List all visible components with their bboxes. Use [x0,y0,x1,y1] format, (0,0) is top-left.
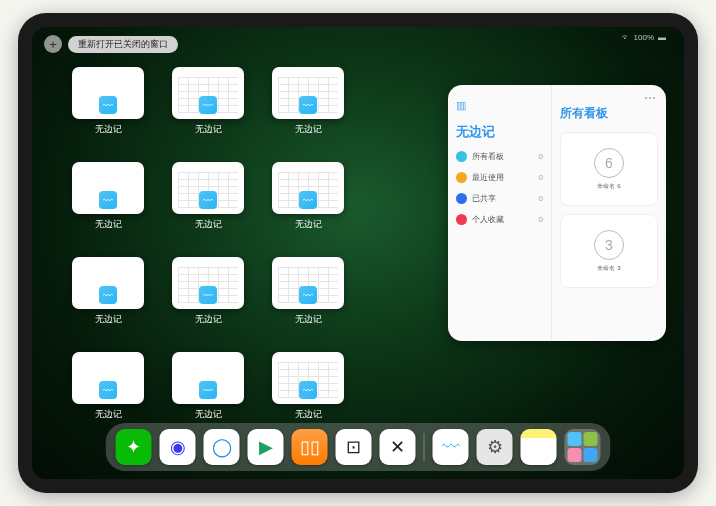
freeform-panel[interactable]: ▥ 无边记 所有看板 0 最近使用 0 已共享 0 个人收藏 0 ⋯ 所有看板 … [448,85,666,341]
freeform-app-icon [299,191,317,209]
category-item[interactable]: 所有看板 0 [456,151,543,162]
dock-notes-icon[interactable] [521,429,557,465]
window-thumbnail [172,257,244,309]
app-window-card[interactable]: 无边记 [72,257,144,326]
category-item[interactable]: 最近使用 0 [456,172,543,183]
dock-connect-icon[interactable]: ✕ [380,429,416,465]
window-thumbnail [72,352,144,404]
freeform-app-icon [99,96,117,114]
panel-title-left: 无边记 [456,123,543,141]
category-count: 0 [539,173,543,182]
dock-books-icon[interactable]: ▯▯ [292,429,328,465]
category-dot-icon [456,172,467,183]
app-label: 无边记 [195,123,222,136]
category-label: 个人收藏 [472,214,504,225]
dock-freeform-icon[interactable]: 〰 [433,429,469,465]
dock: ✦◉◯▶▯▯⊡✕ 〰⚙ [106,423,611,471]
board-sketch-icon: 6 [594,148,624,178]
board-sketch-icon: 3 [594,230,624,260]
app-label: 无边记 [95,123,122,136]
app-window-card[interactable]: 无边记 [272,162,344,231]
category-label: 已共享 [472,193,496,204]
category-dot-icon [456,193,467,204]
window-thumbnail [72,67,144,119]
window-thumbnail [272,257,344,309]
freeform-app-icon [199,381,217,399]
app-label: 无边记 [295,408,322,421]
ipad-screen: ᯤ 100% ▬ + 重新打开已关闭的窗口 无边记无边记无边记无边记无边记无边记… [32,27,684,479]
app-window-card[interactable]: 无边记 [272,352,344,421]
category-label: 所有看板 [472,151,504,162]
app-library-icon[interactable] [565,429,601,465]
dock-settings-icon[interactable]: ⚙ [477,429,513,465]
battery-icon: ▬ [658,33,666,42]
panel-content: ⋯ 所有看板 6 未命名 63 未命名 3 [552,85,666,341]
dock-wechat-icon[interactable]: ✦ [116,429,152,465]
app-window-card[interactable]: 无边记 [72,67,144,136]
app-window-card[interactable]: 无边记 [72,352,144,421]
app-window-card[interactable]: 无边记 [272,67,344,136]
freeform-app-icon [299,286,317,304]
app-switcher-grid: 无边记无边记无边记无边记无边记无边记无边记无边记无边记无边记无边记无边记 [72,67,444,421]
category-dot-icon [456,214,467,225]
board-card[interactable]: 6 未命名 6 [560,132,658,206]
app-label: 无边记 [295,123,322,136]
app-label: 无边记 [295,218,322,231]
freeform-app-icon [99,191,117,209]
dock-video-icon[interactable]: ▶ [248,429,284,465]
app-label: 无边记 [195,408,222,421]
freeform-app-icon [299,96,317,114]
window-thumbnail [172,352,244,404]
category-dot-icon [456,151,467,162]
board-card[interactable]: 3 未命名 3 [560,214,658,288]
freeform-app-icon [299,381,317,399]
app-label: 无边记 [95,408,122,421]
app-label: 无边记 [195,313,222,326]
freeform-app-icon [199,191,217,209]
status-bar: ᯤ 100% ▬ [622,33,666,42]
more-icon[interactable]: ⋯ [644,91,656,105]
window-thumbnail [272,162,344,214]
app-window-card[interactable]: 无边记 [172,352,244,421]
window-thumbnail [272,352,344,404]
dock-quark-hd-icon[interactable]: ◉ [160,429,196,465]
window-thumbnail [72,257,144,309]
wifi-icon: ᯤ [622,33,630,42]
sidebar-toggle-icon[interactable]: ▥ [456,99,466,111]
board-name: 未命名 6 [597,182,620,191]
dock-separator [424,433,425,461]
board-name: 未命名 3 [597,264,620,273]
app-label: 无边记 [295,313,322,326]
app-label: 无边记 [195,218,222,231]
app-window-card[interactable]: 无边记 [172,162,244,231]
category-count: 0 [539,194,543,203]
panel-sidebar: ▥ 无边记 所有看板 0 最近使用 0 已共享 0 个人收藏 0 [448,85,552,341]
app-window-card[interactable]: 无边记 [172,67,244,136]
category-label: 最近使用 [472,172,504,183]
freeform-app-icon [199,96,217,114]
app-window-card[interactable]: 无边记 [272,257,344,326]
category-count: 0 [539,215,543,224]
battery-label: 100% [634,33,654,42]
dock-qq-browser-icon[interactable]: ◯ [204,429,240,465]
dock-dice-icon[interactable]: ⊡ [336,429,372,465]
panel-title-right: 所有看板 [560,105,658,122]
window-thumbnail [272,67,344,119]
app-label: 无边记 [95,313,122,326]
top-bar: + 重新打开已关闭的窗口 [44,35,178,53]
category-item[interactable]: 已共享 0 [456,193,543,204]
app-label: 无边记 [95,218,122,231]
window-thumbnail [172,162,244,214]
window-thumbnail [172,67,244,119]
reopen-closed-window-button[interactable]: 重新打开已关闭的窗口 [68,36,178,53]
app-window-card[interactable]: 无边记 [172,257,244,326]
ipad-frame: ᯤ 100% ▬ + 重新打开已关闭的窗口 无边记无边记无边记无边记无边记无边记… [18,13,698,493]
category-item[interactable]: 个人收藏 0 [456,214,543,225]
window-thumbnail [72,162,144,214]
category-count: 0 [539,152,543,161]
freeform-app-icon [99,381,117,399]
freeform-app-icon [99,286,117,304]
add-button[interactable]: + [44,35,62,53]
freeform-app-icon [199,286,217,304]
app-window-card[interactable]: 无边记 [72,162,144,231]
